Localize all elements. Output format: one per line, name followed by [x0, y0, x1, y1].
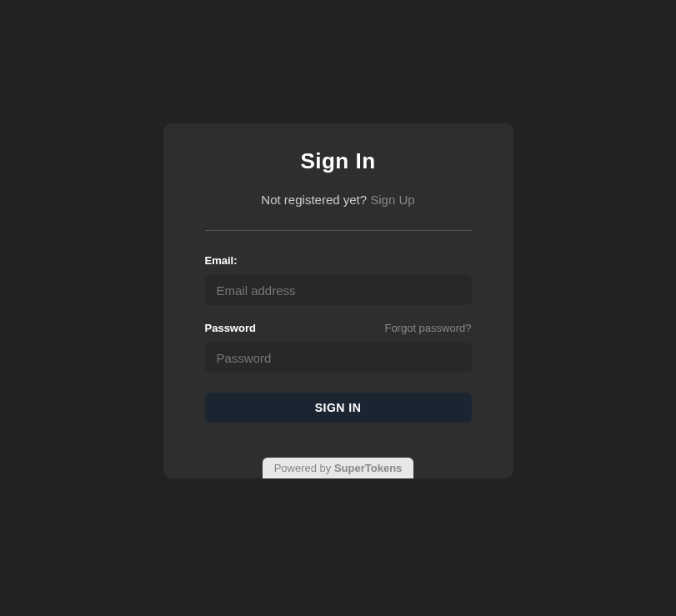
powered-by-badge[interactable]: Powered by SuperTokens [263, 458, 414, 478]
password-field[interactable] [205, 343, 472, 373]
powered-by-brand: SuperTokens [334, 462, 402, 474]
email-group: Email: [205, 254, 472, 305]
divider [205, 230, 472, 231]
password-label: Password [205, 322, 256, 334]
powered-by-prefix: Powered by [274, 462, 334, 474]
page-title: Sign In [205, 148, 472, 174]
email-field[interactable] [205, 275, 472, 305]
signin-button[interactable]: SIGN IN [205, 393, 472, 423]
subtitle-text: Not registered yet? [261, 193, 370, 207]
signup-link[interactable]: Sign Up [370, 193, 414, 207]
password-group: Password Forgot password? [205, 322, 472, 373]
email-label: Email: [205, 254, 238, 267]
subtitle: Not registered yet? Sign Up [205, 193, 472, 207]
signin-card: Sign In Not registered yet? Sign Up Emai… [163, 123, 513, 478]
forgot-password-link[interactable]: Forgot password? [384, 322, 471, 334]
powered-by-wrapper: Powered by SuperTokens [205, 458, 472, 478]
